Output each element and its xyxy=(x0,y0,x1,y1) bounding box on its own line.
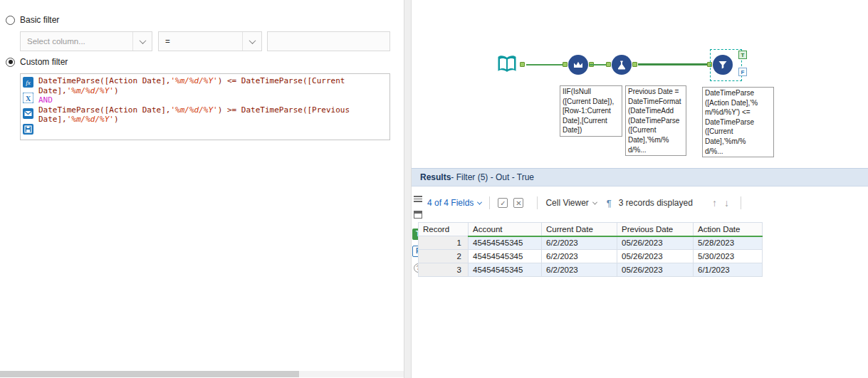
custom-filter-radio[interactable] xyxy=(6,58,15,67)
svg-text:X: X xyxy=(26,95,31,103)
expression-editor: fx X DateTimeParse([Action Date],'%m/%d/… xyxy=(20,73,390,140)
constants-icon[interactable] xyxy=(23,108,33,119)
basic-filter-radio[interactable] xyxy=(6,16,15,25)
tool-annotation[interactable]: DateTimeParse([Action Date],'%m/%d/%Y') … xyxy=(702,87,774,157)
basic-filter-controls: Select column... = xyxy=(20,31,390,51)
column-header[interactable]: Account xyxy=(469,223,542,236)
results-config-icon[interactable] xyxy=(414,194,422,204)
results-title: Results xyxy=(420,172,451,182)
expression-text[interactable]: DateTimeParse([Action Date],'%m/%d/%Y') … xyxy=(36,74,389,140)
variables-icon[interactable]: X xyxy=(23,93,33,103)
functions-icon[interactable]: fx xyxy=(23,77,33,88)
row-number-cell[interactable]: 2 xyxy=(419,250,469,263)
data-cell[interactable]: 5/28/2023 xyxy=(694,236,763,250)
toolbar-separator xyxy=(741,196,741,209)
filter-tool[interactable] xyxy=(713,55,733,75)
table-row[interactable]: 3454545453456/2/202305/26/20236/1/2023 xyxy=(419,263,763,277)
filter-config-panel: Basic filter Select column... = Custom f… xyxy=(0,0,404,378)
data-cell[interactable]: 45454545345 xyxy=(469,263,542,277)
select-column-dropdown[interactable]: Select column... xyxy=(20,31,152,51)
chevron-down-icon xyxy=(477,199,482,204)
data-cell[interactable]: 6/1/2023 xyxy=(694,263,763,277)
true-output-anchor[interactable]: T xyxy=(738,51,747,59)
input-data-tool[interactable] xyxy=(496,53,518,76)
results-table: RecordAccountCurrent DatePrevious DateAc… xyxy=(418,222,763,277)
tool-annotation[interactable]: Previous Date =DateTimeFormat(DateTimeAd… xyxy=(625,85,686,156)
column-header[interactable]: Action Date xyxy=(694,223,763,236)
checkmark-box-icon[interactable]: ✓ xyxy=(498,198,508,208)
data-cell[interactable]: 05/26/2023 xyxy=(617,236,694,250)
show-whitespace-icon[interactable]: ¶ xyxy=(607,198,612,209)
flask-icon xyxy=(616,59,627,70)
data-cell[interactable]: 6/2/2023 xyxy=(542,236,617,250)
data-cell[interactable]: 45454545345 xyxy=(469,250,542,263)
results-panel: Results - Filter (5) - Out - True T F ? … xyxy=(412,168,868,378)
fields-dropdown-label: 4 of 4 Fields xyxy=(427,198,474,208)
data-cell[interactable]: 05/26/2023 xyxy=(617,250,694,263)
saved-expressions-icon[interactable] xyxy=(23,124,33,135)
table-row[interactable]: 1454545453456/2/202305/26/20235/28/2023 xyxy=(419,236,763,250)
row-number-cell[interactable]: 3 xyxy=(419,263,469,277)
false-output-anchor[interactable]: F xyxy=(738,68,747,76)
results-subtitle: - Filter (5) - Out - True xyxy=(451,172,534,182)
results-table-head-row: RecordAccountCurrent DatePrevious DateAc… xyxy=(419,223,763,236)
horizontal-scrollbar[interactable] xyxy=(0,371,404,377)
input-anchor[interactable] xyxy=(606,62,611,67)
data-cell[interactable]: 45454545345 xyxy=(469,236,542,250)
data-cell[interactable]: 6/2/2023 xyxy=(542,263,617,277)
x-box-icon[interactable]: ✕ xyxy=(513,198,523,208)
cell-viewer-label: Cell Viewer xyxy=(545,198,588,208)
operator-value: = xyxy=(159,32,242,51)
toolbar-separator xyxy=(537,196,538,209)
results-toolbar: 4 of 4 Fields ✓ ✕ Cell Viewer ¶ 3 record… xyxy=(424,187,868,219)
formula-tool[interactable] xyxy=(612,55,632,75)
select-column-placeholder: Select column... xyxy=(21,32,132,51)
table-row[interactable]: 2454545453456/2/202305/26/20235/30/2023 xyxy=(419,250,763,263)
cell-viewer-dropdown[interactable]: Cell Viewer xyxy=(545,198,596,208)
results-side-toolbar: T F ? xyxy=(412,187,424,378)
expression-editor-toolbar: fx X xyxy=(21,74,36,140)
fields-dropdown[interactable]: 4 of 4 Fields xyxy=(427,198,481,208)
crown-icon xyxy=(572,59,584,70)
filter-funnel-icon xyxy=(717,59,728,70)
records-displayed-label: 3 records displayed xyxy=(619,198,693,208)
metadata-view-icon[interactable] xyxy=(414,211,422,219)
svg-text:fx: fx xyxy=(26,79,31,86)
operator-dropdown[interactable]: = xyxy=(158,31,262,51)
column-header[interactable]: Current Date xyxy=(542,223,617,236)
column-header[interactable]: Previous Date xyxy=(617,223,694,236)
alteryx-designer-window: Basic filter Select column... = Custom f… xyxy=(0,0,868,378)
tool-annotation[interactable]: IIF(IsNull([Current Date]),[Row-1:Curren… xyxy=(560,85,622,137)
custom-filter-option: Custom filter xyxy=(6,57,68,67)
connection-line[interactable] xyxy=(590,64,606,65)
column-header[interactable]: Record xyxy=(419,223,469,236)
results-panel-header: Results - Filter (5) - Out - True xyxy=(412,168,868,187)
chevron-down-icon[interactable] xyxy=(242,32,261,51)
data-cell[interactable]: 6/2/2023 xyxy=(542,250,617,263)
connection-line[interactable] xyxy=(526,64,563,65)
basic-filter-label: Basic filter xyxy=(20,15,59,25)
up-arrow-icon[interactable]: ↑ xyxy=(712,197,717,209)
filter-value-input[interactable] xyxy=(267,31,390,51)
data-cell[interactable]: 5/30/2023 xyxy=(694,250,763,263)
toolbar-separator xyxy=(489,196,490,209)
connection-line-selected[interactable] xyxy=(638,63,707,65)
chevron-down-icon xyxy=(592,199,597,204)
results-table-body: 1454545453456/2/202305/26/20235/28/20232… xyxy=(419,236,763,277)
workflow-canvas[interactable]: T F IIF(IsNull([Current Date]),[Row-1:Cu… xyxy=(412,0,868,168)
chevron-down-icon[interactable] xyxy=(132,32,152,51)
scrollbar-thumb[interactable] xyxy=(0,371,299,377)
basic-filter-option: Basic filter xyxy=(6,15,59,25)
input-anchor[interactable] xyxy=(563,62,568,67)
data-cell[interactable]: 05/26/2023 xyxy=(617,263,694,277)
row-number-cell[interactable]: 1 xyxy=(419,236,469,250)
multi-row-formula-tool[interactable] xyxy=(568,55,588,75)
output-anchor[interactable] xyxy=(520,62,525,67)
output-anchor[interactable] xyxy=(632,62,637,67)
down-arrow-icon[interactable]: ↓ xyxy=(724,197,729,209)
panel-splitter[interactable] xyxy=(404,0,412,378)
custom-filter-label: Custom filter xyxy=(20,57,68,67)
